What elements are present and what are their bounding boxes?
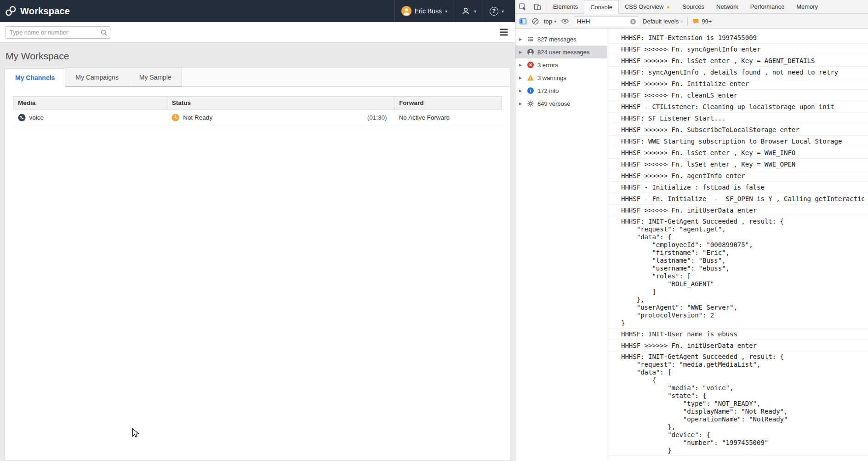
user-icon: [527, 48, 534, 56]
console-messages[interactable]: HHHSF: INIT-Extension is 1997455009HHHSF…: [607, 29, 868, 461]
chevron-down-icon: ▾: [680, 19, 683, 24]
info-icon: [527, 87, 534, 94]
user-menu[interactable]: Eric Buss ▾: [394, 0, 454, 22]
console-message-line: },: [621, 296, 864, 304]
console-message: HHHSF >>>>>> Fn. syncAgentInfo enter: [607, 44, 868, 55]
warning-icon: [527, 74, 534, 81]
console-message-line: }: [621, 447, 864, 455]
channels-table: Media Status Forward: [13, 96, 502, 126]
console-message: HHHSF >>>>>> Fn. Initialize enter: [607, 78, 868, 90]
console-message-line: "data": [: [621, 369, 864, 376]
console-message-line: HHHSF: WWE Starting subscription to Brow…: [621, 137, 864, 146]
workspace-logo-icon: [5, 5, 17, 17]
console-sidebar: ▶827 messages▶824 user messages▶3 errors…: [515, 29, 607, 461]
context-selector[interactable]: top ▾: [544, 18, 556, 25]
console-message-line: "displayName": "Not Ready",: [621, 408, 864, 415]
console-message: HHHSF >>>>>> Fn. SubscribeToLocalStorage…: [607, 124, 868, 136]
console-filter-verbose[interactable]: ▶649 verbose: [515, 97, 607, 110]
devtools-tab-css-overview[interactable]: CSS Overview▲: [619, 0, 676, 14]
tab-my-channels[interactable]: My Channels: [5, 68, 65, 87]
disclosure-triangle-icon: ▶: [519, 76, 524, 80]
device-toolbar-icon[interactable]: [530, 0, 545, 13]
clear-filter-icon[interactable]: [630, 18, 636, 25]
inspect-element-icon[interactable]: [515, 0, 530, 13]
divider: [687, 17, 688, 25]
live-expression-eye-icon[interactable]: [561, 17, 569, 25]
voice-icon: [18, 114, 26, 121]
console-message: HHHSF - Initialize : fstLoad is false: [607, 182, 868, 193]
issues-icon: [692, 18, 699, 25]
console-message-line: HHHSF >>>>>> Fn. Initialize enter: [621, 80, 864, 88]
console-message-line: HHHSF - Initialize : fstLoad is false: [621, 183, 864, 192]
sidebar-toggle-icon[interactable]: [519, 17, 527, 25]
user-avatar: [401, 6, 411, 16]
console-pane: ▶827 messages▶824 user messages▶3 errors…: [515, 29, 868, 461]
console-message-line: "employeeId": "000899075",: [621, 241, 864, 249]
console-message-line: HHHSF >>>>>> Fn. lsSet enter , Key = WWE…: [621, 149, 864, 157]
console-message-line: ]: [621, 288, 864, 296]
devtools-tab-sources[interactable]: Sources: [676, 0, 710, 14]
console-message-line: HHHSF >>>>>> Fn. initUserData enter: [621, 341, 864, 350]
search-input[interactable]: [6, 26, 110, 39]
console-filter-user[interactable]: ▶824 user messages: [515, 46, 607, 58]
console-message-line: HHHSF: INIT-Extension is 1997455009: [621, 34, 864, 42]
console-filter-list[interactable]: ▶827 messages: [515, 33, 607, 46]
agent-status-menu[interactable]: ▾: [454, 0, 483, 22]
context-label: top: [544, 18, 552, 25]
tab-my-sample[interactable]: My Sample: [129, 68, 182, 86]
console-filter-warning[interactable]: ▶3 warnings: [515, 71, 607, 84]
console-message-line: },: [621, 423, 864, 431]
console-message-line: {: [621, 376, 864, 384]
menu-icon[interactable]: [498, 27, 509, 38]
console-message-line: "operationName": "NotReady": [621, 415, 864, 423]
console-message-line: HHHSF: INIT-GetAgent Succeeded , result:…: [621, 218, 864, 225]
console-message-line: "firstname": "Eric",: [621, 249, 864, 257]
disclosure-triangle-icon: ▶: [519, 89, 524, 93]
chevron-down-icon: ▾: [474, 9, 476, 14]
console-message: HHHSF: INIT-GetAgent Succeeded , result:…: [607, 216, 868, 328]
tab-my-campaigns[interactable]: My Campaigns: [65, 68, 129, 86]
console-filter-error[interactable]: ▶3 errors: [515, 58, 607, 71]
devtools-tab-network[interactable]: Network: [710, 0, 744, 14]
devtools-tab-performance[interactable]: Performance: [744, 0, 790, 14]
console-message: HHHSF >>>>>> Fn. initUserData enter: [607, 340, 868, 352]
forward-status: No Active Forward: [399, 114, 450, 121]
console-message-line: HHHSF >>>>>> Fn. agentInfo enter: [621, 172, 864, 180]
not-ready-icon: [171, 114, 179, 121]
search-box: [6, 26, 110, 39]
page-title: My Workspace: [6, 51, 509, 62]
devtools-tab-elements[interactable]: Elements: [547, 0, 584, 14]
console-message-line: HHHSF >>>>>> Fn. lsSet enter , Key = WWE…: [621, 160, 864, 169]
console-message: HHHSF: WWE Starting subscription to Brow…: [607, 136, 868, 147]
devtools-tab-console[interactable]: Console: [584, 0, 619, 14]
console-filter-input[interactable]: [574, 17, 638, 26]
clear-console-icon[interactable]: [531, 17, 539, 25]
issues-counter[interactable]: 99+: [692, 18, 712, 25]
console-message-line: "request": "media.getMediaList",: [621, 361, 864, 369]
column-header-status: Status: [167, 97, 394, 109]
media-name: voice: [29, 114, 44, 121]
console-message-line: "media": "voice",: [621, 384, 864, 392]
devtools-tab-memory[interactable]: Memory: [790, 0, 824, 14]
screen: Workspace Eric Buss ▾ ▾: [0, 0, 868, 461]
help-menu[interactable]: ? ▾: [483, 0, 510, 22]
app-toolbar: [0, 22, 515, 43]
log-levels-selector[interactable]: Default levels ▾: [643, 18, 683, 25]
console-message-line: "lastname": "Buss",: [621, 257, 864, 265]
tabstrip-filler: [182, 68, 510, 86]
table-row[interactable]: voice Not Ready (01:: [13, 109, 502, 126]
disclosure-triangle-icon: ▶: [519, 63, 524, 67]
console-message-line: "state": {: [621, 392, 864, 400]
filter-label: 3 warnings: [537, 75, 566, 81]
filter-label: 172 info: [537, 87, 559, 94]
console-filter-info[interactable]: ▶172 info: [515, 84, 607, 97]
console-message: HHHSF >>>>>> Fn. agentInfo enter: [607, 170, 868, 182]
status-duration: (01:30): [367, 114, 390, 121]
console-message: HHHSF >>>>>> Fn. cleanLS enter: [607, 90, 868, 101]
filter-label: 824 user messages: [537, 49, 589, 56]
chevron-down-icon: ▾: [554, 19, 556, 24]
console-message: HHHSF >>>>>> Fn. initUserData enter: [607, 205, 868, 216]
list-icon: [527, 35, 534, 43]
console-message-line: "data": {: [621, 233, 864, 241]
tab-label: Sources: [682, 3, 704, 10]
